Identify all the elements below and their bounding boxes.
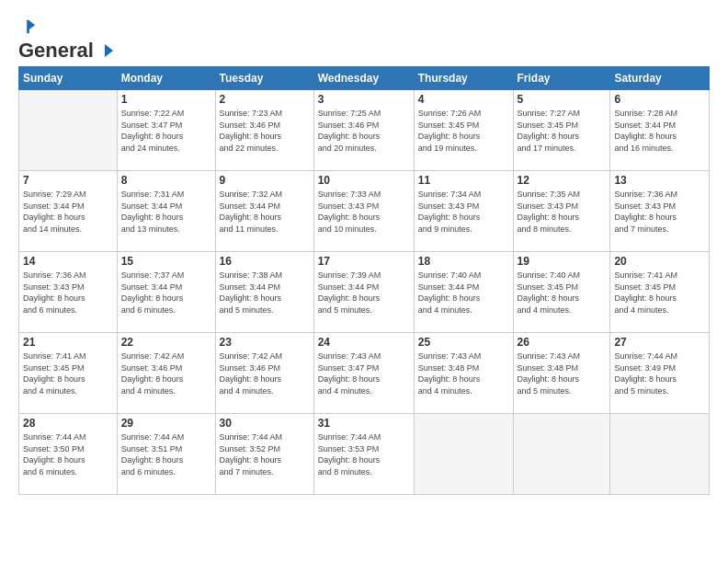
calendar-cell: 17Sunrise: 7:39 AM Sunset: 3:44 PM Dayli… [313,252,414,333]
day-number: 29 [121,417,211,430]
logo: General [18,15,116,57]
day-number: 16 [220,255,310,268]
day-number: 18 [418,255,509,268]
day-info: Sunrise: 7:22 AM Sunset: 3:47 PM Dayligh… [121,108,211,154]
logo-text [18,15,37,39]
day-info: Sunrise: 7:27 AM Sunset: 3:45 PM Dayligh… [518,108,607,154]
weekday-header-friday: Friday [513,67,610,90]
calendar-cell: 16Sunrise: 7:38 AM Sunset: 3:44 PM Dayli… [215,252,313,333]
calendar-cell: 1Sunrise: 7:22 AM Sunset: 3:47 PM Daylig… [117,90,215,171]
day-info: Sunrise: 7:32 AM Sunset: 3:44 PM Dayligh… [220,189,310,235]
day-number: 28 [23,417,113,430]
calendar-cell: 21Sunrise: 7:41 AM Sunset: 3:45 PM Dayli… [19,333,118,414]
day-number: 12 [518,174,607,187]
day-number: 17 [318,255,410,268]
calendar-cell: 27Sunrise: 7:44 AM Sunset: 3:49 PM Dayli… [610,333,710,414]
day-info: Sunrise: 7:39 AM Sunset: 3:44 PM Dayligh… [318,270,410,316]
calendar-cell [610,414,710,495]
day-info: Sunrise: 7:41 AM Sunset: 3:45 PM Dayligh… [614,270,705,316]
header: General [18,15,710,57]
calendar-week-5: 28Sunrise: 7:44 AM Sunset: 3:50 PM Dayli… [19,414,710,495]
calendar-cell: 11Sunrise: 7:34 AM Sunset: 3:43 PM Dayli… [414,171,513,252]
day-number: 8 [121,174,211,187]
calendar-cell: 4Sunrise: 7:26 AM Sunset: 3:45 PM Daylig… [414,90,513,171]
calendar-week-1: 1Sunrise: 7:22 AM Sunset: 3:47 PM Daylig… [19,90,710,171]
day-number: 24 [318,336,410,349]
day-info: Sunrise: 7:43 AM Sunset: 3:47 PM Dayligh… [318,350,410,396]
calendar-cell: 24Sunrise: 7:43 AM Sunset: 3:47 PM Dayli… [313,333,414,414]
day-info: Sunrise: 7:44 AM Sunset: 3:49 PM Dayligh… [614,350,705,396]
day-info: Sunrise: 7:28 AM Sunset: 3:44 PM Dayligh… [614,108,705,154]
day-number: 27 [614,336,705,349]
calendar-cell: 22Sunrise: 7:42 AM Sunset: 3:46 PM Dayli… [117,333,215,414]
calendar-cell: 29Sunrise: 7:44 AM Sunset: 3:51 PM Dayli… [117,414,215,495]
day-number: 7 [23,174,113,187]
calendar-cell: 13Sunrise: 7:36 AM Sunset: 3:43 PM Dayli… [610,171,710,252]
calendar-week-2: 7Sunrise: 7:29 AM Sunset: 3:44 PM Daylig… [19,171,710,252]
weekday-header-sunday: Sunday [19,67,118,90]
day-info: Sunrise: 7:42 AM Sunset: 3:46 PM Dayligh… [220,350,310,396]
day-info: Sunrise: 7:36 AM Sunset: 3:43 PM Dayligh… [614,189,705,235]
calendar-cell [19,90,118,171]
day-number: 10 [318,174,410,187]
day-info: Sunrise: 7:34 AM Sunset: 3:43 PM Dayligh… [418,189,509,235]
day-info: Sunrise: 7:42 AM Sunset: 3:46 PM Dayligh… [121,350,211,396]
logo-flag-icon [20,18,37,35]
weekday-header-row: SundayMondayTuesdayWednesdayThursdayFrid… [19,67,710,90]
weekday-header-tuesday: Tuesday [215,67,313,90]
day-info: Sunrise: 7:44 AM Sunset: 3:52 PM Dayligh… [220,431,310,477]
day-number: 20 [614,255,705,268]
calendar-cell: 20Sunrise: 7:41 AM Sunset: 3:45 PM Dayli… [610,252,710,333]
logo-general-part: General [18,39,94,63]
svg-marker-0 [28,20,35,30]
calendar-cell: 2Sunrise: 7:23 AM Sunset: 3:46 PM Daylig… [215,90,313,171]
day-number: 23 [220,336,310,349]
day-info: Sunrise: 7:41 AM Sunset: 3:45 PM Dayligh… [23,350,113,396]
day-number: 4 [418,93,509,106]
day-number: 30 [220,417,310,430]
weekday-header-wednesday: Wednesday [313,67,414,90]
calendar-cell: 14Sunrise: 7:36 AM Sunset: 3:43 PM Dayli… [19,252,118,333]
calendar-cell: 23Sunrise: 7:42 AM Sunset: 3:46 PM Dayli… [215,333,313,414]
day-number: 31 [318,417,410,430]
day-number: 3 [318,93,410,106]
calendar-cell [513,414,610,495]
day-info: Sunrise: 7:33 AM Sunset: 3:43 PM Dayligh… [318,189,410,235]
calendar-week-3: 14Sunrise: 7:36 AM Sunset: 3:43 PM Dayli… [19,252,710,333]
svg-rect-1 [27,20,29,33]
day-number: 13 [614,174,705,187]
calendar-cell: 12Sunrise: 7:35 AM Sunset: 3:43 PM Dayli… [513,171,610,252]
day-info: Sunrise: 7:31 AM Sunset: 3:44 PM Dayligh… [121,189,211,235]
day-info: Sunrise: 7:26 AM Sunset: 3:45 PM Dayligh… [418,108,509,154]
day-number: 5 [518,93,607,106]
day-number: 19 [518,255,607,268]
day-number: 21 [23,336,113,349]
day-info: Sunrise: 7:36 AM Sunset: 3:43 PM Dayligh… [23,270,113,316]
day-number: 1 [121,93,211,106]
calendar-cell: 31Sunrise: 7:44 AM Sunset: 3:53 PM Dayli… [313,414,414,495]
day-info: Sunrise: 7:37 AM Sunset: 3:44 PM Dayligh… [121,270,211,316]
day-info: Sunrise: 7:23 AM Sunset: 3:46 PM Dayligh… [220,108,310,154]
day-info: Sunrise: 7:25 AM Sunset: 3:46 PM Dayligh… [318,108,410,154]
day-info: Sunrise: 7:40 AM Sunset: 3:45 PM Dayligh… [518,270,607,316]
calendar-cell: 30Sunrise: 7:44 AM Sunset: 3:52 PM Dayli… [215,414,313,495]
calendar-cell: 9Sunrise: 7:32 AM Sunset: 3:44 PM Daylig… [215,171,313,252]
day-info: Sunrise: 7:35 AM Sunset: 3:43 PM Dayligh… [518,189,607,235]
day-number: 25 [418,336,509,349]
calendar-week-4: 21Sunrise: 7:41 AM Sunset: 3:45 PM Dayli… [19,333,710,414]
day-number: 22 [121,336,211,349]
weekday-header-thursday: Thursday [414,67,513,90]
day-number: 14 [23,255,113,268]
day-number: 11 [418,174,509,187]
calendar-cell: 6Sunrise: 7:28 AM Sunset: 3:44 PM Daylig… [610,90,710,171]
calendar-cell: 26Sunrise: 7:43 AM Sunset: 3:48 PM Dayli… [513,333,610,414]
calendar-cell: 28Sunrise: 7:44 AM Sunset: 3:50 PM Dayli… [19,414,118,495]
day-info: Sunrise: 7:44 AM Sunset: 3:51 PM Dayligh… [121,431,211,477]
day-info: Sunrise: 7:44 AM Sunset: 3:50 PM Dayligh… [23,431,113,477]
calendar-cell: 19Sunrise: 7:40 AM Sunset: 3:45 PM Dayli… [513,252,610,333]
day-info: Sunrise: 7:29 AM Sunset: 3:44 PM Dayligh… [23,189,113,235]
page: General SundayMondayTuesdayWednesdayThur… [0,0,728,563]
day-info: Sunrise: 7:40 AM Sunset: 3:44 PM Dayligh… [418,270,509,316]
day-number: 9 [220,174,310,187]
calendar-cell: 5Sunrise: 7:27 AM Sunset: 3:45 PM Daylig… [513,90,610,171]
